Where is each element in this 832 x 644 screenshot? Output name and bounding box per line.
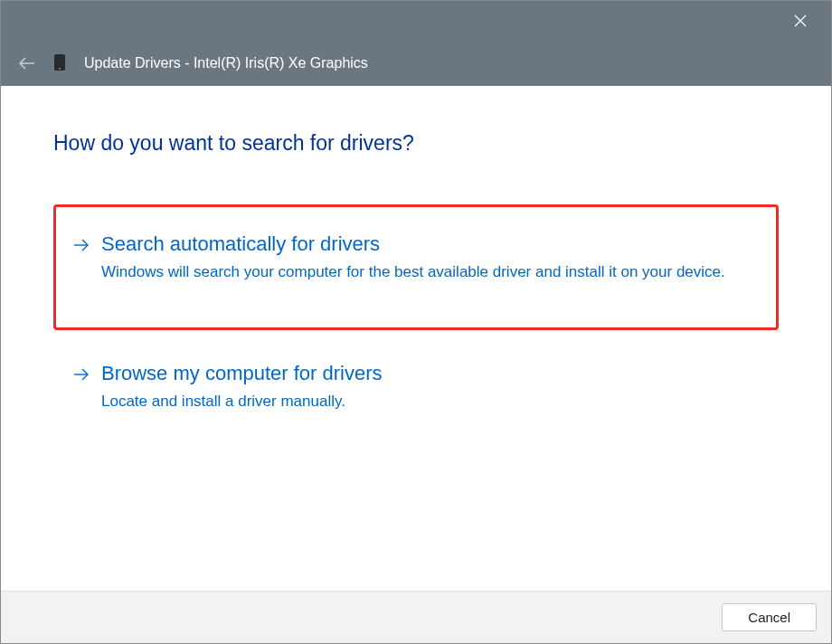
cancel-button[interactable]: Cancel	[722, 603, 817, 631]
update-drivers-dialog: Update Drivers - Intel(R) Iris(R) Xe Gra…	[0, 0, 832, 644]
dialog-footer: Cancel	[1, 591, 831, 643]
back-arrow-icon	[18, 56, 36, 71]
option-text: Search automatically for drivers Windows…	[101, 232, 754, 284]
arrow-right-icon	[72, 367, 90, 385]
option-description: Windows will search your computer for th…	[101, 261, 754, 284]
close-icon	[794, 14, 807, 27]
titlebar-sub: Update Drivers - Intel(R) Iris(R) Xe Gra…	[1, 41, 831, 86]
dialog-heading: How do you want to search for drivers?	[53, 131, 779, 156]
svg-rect-4	[56, 56, 63, 66]
option-title: Search automatically for drivers	[101, 232, 754, 256]
option-description: Locate and install a driver manually.	[101, 391, 754, 413]
option-browse-computer[interactable]: Browse my computer for drivers Locate an…	[53, 359, 779, 416]
svg-point-5	[59, 68, 61, 70]
option-search-automatically[interactable]: Search automatically for drivers Windows…	[53, 204, 779, 330]
titlebar	[1, 1, 831, 41]
window-title: Update Drivers - Intel(R) Iris(R) Xe Gra…	[84, 55, 368, 71]
back-button[interactable]	[17, 53, 37, 73]
dialog-content: How do you want to search for drivers? S…	[1, 86, 831, 591]
arrow-right-icon	[72, 238, 90, 256]
close-button[interactable]	[780, 1, 820, 41]
option-title: Browse my computer for drivers	[101, 362, 754, 385]
device-icon	[53, 53, 68, 73]
option-text: Browse my computer for drivers Locate an…	[101, 362, 754, 413]
